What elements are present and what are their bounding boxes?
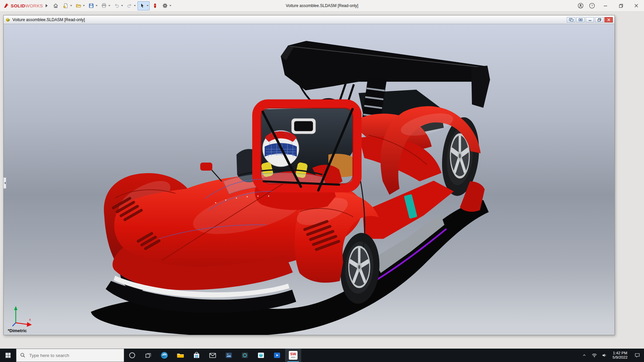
car-assembly-model[interactable] — [4, 24, 614, 335]
document-window: Voiture assomblee.SLDASM [Read-only] — [3, 15, 615, 335]
help-button[interactable]: ? — [586, 0, 598, 12]
doc-minimize-button[interactable] — [586, 17, 594, 22]
z-axis — [12, 323, 16, 326]
close-button[interactable] — [629, 0, 644, 12]
brand-text-bold: SOLID — [11, 3, 25, 8]
windows-logo-icon — [5, 352, 11, 359]
side-mirror[interactable] — [200, 163, 212, 171]
save-icon — [88, 2, 95, 9]
select-tool-button[interactable] — [138, 1, 150, 10]
save-button[interactable] — [87, 1, 99, 10]
mdi-workspace: Voiture assomblee.SLDASM [Read-only] — [0, 12, 644, 349]
graphics-viewport[interactable]: x *Dimetric — [4, 24, 614, 335]
new-document-button[interactable] — [61, 1, 73, 10]
dropdown-arrow-icon[interactable] — [108, 5, 110, 6]
toolbar-expand-chevron[interactable] — [46, 4, 48, 7]
new-document-icon — [62, 2, 69, 9]
component-tool-button[interactable] — [150, 1, 160, 10]
clock-time: 1:42 PM — [612, 351, 628, 355]
svg-text:?: ? — [591, 4, 593, 7]
app-window-title: Voiture assomblee.SLDASM [Read-only] — [286, 3, 358, 8]
y-axis-arrow — [14, 306, 17, 310]
doc-window-button-1[interactable] — [567, 17, 575, 22]
dropdown-arrow-icon[interactable] — [134, 5, 136, 6]
task-view-icon — [145, 352, 152, 359]
titlebar-right-controls: ? — [575, 0, 644, 12]
home-icon — [52, 2, 59, 9]
assembly-document-icon — [5, 17, 11, 22]
taskbar-app-file-explorer[interactable] — [172, 349, 189, 362]
3d-viewer-icon — [257, 351, 265, 359]
action-center-icon — [634, 352, 640, 358]
gear-icon — [161, 2, 169, 9]
document-window-controls — [566, 17, 613, 22]
clock-date: 5/9/2022 — [612, 355, 628, 360]
mirror-glass — [294, 121, 313, 131]
collapse-arrow-icon — [4, 182, 6, 184]
dropdown-arrow-icon[interactable] — [147, 5, 149, 6]
solidworks-logo-icon — [3, 3, 9, 9]
taskbar-app-movies[interactable] — [269, 349, 285, 362]
start-button[interactable] — [0, 349, 16, 362]
windows-taskbar: SW 2021 — [0, 349, 644, 362]
file-explorer-icon — [176, 351, 184, 359]
restore-button[interactable] — [613, 0, 629, 12]
mail-icon — [209, 351, 217, 359]
doc-close-button[interactable] — [604, 17, 613, 22]
select-cursor-icon — [139, 2, 146, 9]
cortana-icon — [128, 352, 136, 359]
dropdown-arrow-icon[interactable] — [121, 5, 123, 6]
brand-text-light: WORKS — [25, 3, 43, 8]
undo-button[interactable] — [112, 1, 124, 10]
solidworks-app: SOLIDWORKS — [0, 0, 644, 362]
open-folder-icon — [75, 2, 82, 9]
document-titlebar[interactable]: Voiture assomblee.SLDASM [Read-only] — [4, 15, 614, 24]
taskbar-app-store[interactable] — [189, 349, 205, 362]
doc-window-button-2[interactable] — [576, 17, 585, 22]
taskbar-app-solidworks[interactable]: SW 2021 — [285, 349, 301, 362]
doc-restore-button[interactable] — [595, 17, 603, 22]
undo-icon — [113, 2, 120, 9]
store-icon — [193, 351, 201, 359]
taskbar-app-snip[interactable] — [237, 349, 253, 362]
search-input[interactable] — [29, 353, 112, 358]
redo-button[interactable] — [125, 1, 137, 10]
task-view-button[interactable] — [140, 349, 156, 362]
side-mirror-stalk — [212, 170, 222, 181]
open-button[interactable] — [74, 1, 86, 10]
movies-tv-icon — [273, 351, 281, 359]
system-tray: 1:42 PM 5/9/2022 — [579, 349, 644, 362]
solidworks-app-icon: SW 2021 — [289, 351, 298, 360]
dropdown-arrow-icon[interactable] — [83, 5, 85, 6]
dropdown-arrow-icon[interactable] — [70, 5, 72, 6]
dropdown-arrow-icon[interactable] — [169, 5, 171, 6]
action-center-button[interactable] — [631, 349, 644, 362]
redo-icon — [126, 2, 133, 9]
print-icon — [100, 2, 108, 9]
tray-expand-button[interactable] — [579, 349, 589, 362]
taskbar-app-3d-viewer[interactable] — [253, 349, 269, 362]
taskbar-search[interactable] — [16, 349, 124, 362]
orientation-triad: x — [10, 305, 33, 327]
speaker-icon — [601, 352, 607, 358]
document-title: Voiture assomblee.SLDASM [Read-only] — [12, 17, 85, 22]
app-titlebar: SOLIDWORKS — [0, 0, 644, 12]
dropdown-arrow-icon[interactable] — [96, 5, 98, 6]
taskbar-app-photos[interactable] — [221, 349, 237, 362]
network-status[interactable] — [589, 349, 599, 362]
home-button[interactable] — [51, 1, 60, 10]
options-button[interactable] — [160, 1, 172, 10]
taskbar-clock[interactable]: 1:42 PM 5/9/2022 — [609, 351, 631, 360]
account-button[interactable] — [575, 0, 586, 12]
x-axis-label: x — [29, 318, 31, 321]
taskbar-app-edge[interactable] — [156, 349, 172, 362]
volume-control[interactable] — [599, 349, 609, 362]
panel-collapse-handle[interactable] — [3, 177, 6, 189]
cortana-button[interactable] — [124, 349, 140, 362]
edge-icon — [160, 351, 168, 359]
minimize-button[interactable] — [598, 0, 613, 12]
search-icon — [20, 353, 25, 358]
taskbar-app-mail[interactable] — [205, 349, 221, 362]
print-button[interactable] — [99, 1, 111, 10]
wifi-icon — [591, 352, 597, 358]
